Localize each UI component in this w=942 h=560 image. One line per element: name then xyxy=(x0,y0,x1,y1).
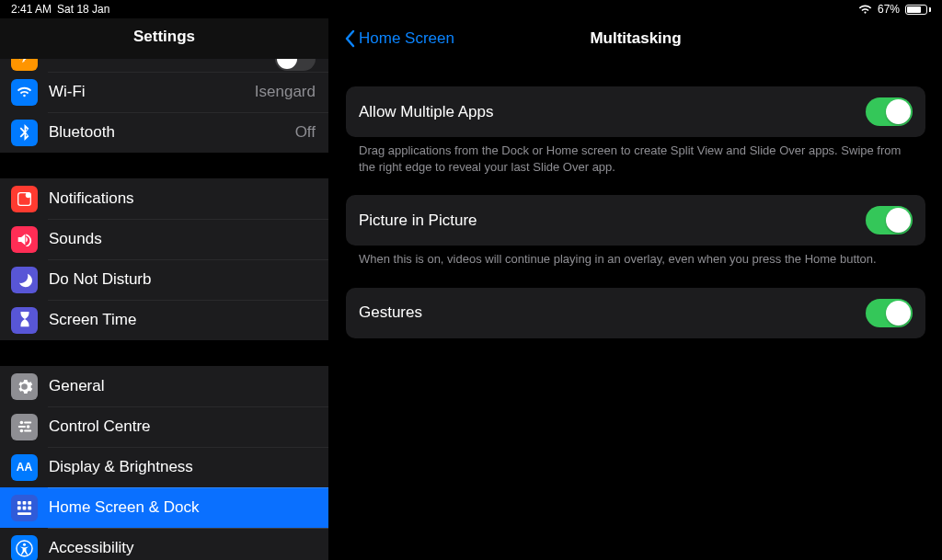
back-button[interactable]: Home Screen xyxy=(344,29,454,48)
sidebar-item-notifications[interactable]: Notifications xyxy=(0,178,328,219)
sidebar-item-label: Control Centre xyxy=(49,417,316,436)
setting-description: When this is on, videos will continue pl… xyxy=(346,246,925,268)
setting-label: Allow Multiple Apps xyxy=(359,103,866,121)
airplane-icon: ✈︎ xyxy=(11,59,38,71)
sidebar-item-label: Screen Time xyxy=(49,311,316,329)
sidebar-item-airplane[interactable]: ✈︎ Airplane Mode xyxy=(0,59,328,72)
setting-allow-multiple-apps: Allow Multiple Apps Drag applications fr… xyxy=(346,86,925,175)
bluetooth-icon xyxy=(11,120,38,146)
allow-multiple-apps-toggle[interactable] xyxy=(866,97,913,126)
airplane-toggle[interactable] xyxy=(275,59,316,71)
sidebar-item-label: Home Screen & Dock xyxy=(49,498,316,517)
dnd-icon xyxy=(11,267,38,293)
sidebar-item-home-screen[interactable]: Home Screen & Dock xyxy=(0,487,328,528)
svg-point-6 xyxy=(19,429,23,433)
sidebar-item-label: Bluetooth xyxy=(49,123,288,142)
sidebar-item-accessibility[interactable]: Accessibility xyxy=(0,528,328,560)
sidebar-item-label: Notifications xyxy=(49,189,316,208)
screentime-icon xyxy=(11,307,38,334)
gestures-toggle[interactable] xyxy=(866,299,913,327)
sidebar-item-label: Do Not Disturb xyxy=(49,270,316,289)
svg-rect-13 xyxy=(28,506,31,509)
svg-point-2 xyxy=(19,421,23,425)
settings-sidebar: Settings ✈︎ Airplane Mode Wi-Fi Isengard xyxy=(0,18,329,560)
svg-point-16 xyxy=(23,543,26,545)
svg-rect-11 xyxy=(17,506,21,509)
status-date: Sat 18 Jan xyxy=(57,3,109,16)
home-dock-icon xyxy=(11,495,38,521)
svg-rect-12 xyxy=(23,506,27,509)
chevron-left-icon xyxy=(344,29,355,48)
detail-pane: Home Screen Multitasking Allow Multiple … xyxy=(329,18,942,560)
setting-picture-in-picture: Picture in Picture When this is on, vide… xyxy=(346,195,925,268)
svg-rect-10 xyxy=(28,500,31,504)
sidebar-item-label: Wi-Fi xyxy=(49,83,247,101)
notifications-icon xyxy=(11,186,38,212)
setting-label: Gestures xyxy=(359,303,866,322)
back-label: Home Screen xyxy=(359,29,454,48)
accessibility-icon xyxy=(11,535,38,561)
sidebar-item-screentime[interactable]: Screen Time xyxy=(0,300,328,340)
display-icon: AA xyxy=(11,454,38,481)
sidebar-item-label: General xyxy=(49,377,316,395)
sidebar-title: Settings xyxy=(0,18,328,59)
wifi-settings-icon xyxy=(11,79,38,106)
setting-description: Drag applications from the Dock or Home … xyxy=(346,137,925,175)
svg-rect-3 xyxy=(24,422,31,424)
sidebar-item-wifi[interactable]: Wi-Fi Isengard xyxy=(0,72,328,112)
status-time: 2:41 AM xyxy=(11,3,52,16)
wifi-icon xyxy=(858,5,872,15)
sidebar-item-sounds[interactable]: Sounds xyxy=(0,219,328,259)
svg-rect-14 xyxy=(17,512,31,515)
sidebar-item-dnd[interactable]: Do Not Disturb xyxy=(0,259,328,300)
svg-point-4 xyxy=(26,425,29,429)
general-icon xyxy=(11,373,38,400)
sidebar-item-detail: Off xyxy=(295,123,316,142)
setting-label: Picture in Picture xyxy=(359,211,866,230)
sidebar-item-display[interactable]: AA Display & Brightness xyxy=(0,447,328,487)
sidebar-item-general[interactable]: General xyxy=(0,366,328,406)
sidebar-item-label: Accessibility xyxy=(49,539,316,557)
svg-rect-9 xyxy=(23,500,27,504)
svg-rect-5 xyxy=(17,426,25,428)
svg-rect-8 xyxy=(17,500,21,504)
control-centre-icon xyxy=(11,414,38,440)
battery-icon xyxy=(905,5,931,15)
sounds-icon xyxy=(11,226,38,253)
battery-pct: 67% xyxy=(878,3,900,16)
sidebar-item-detail: Isengard xyxy=(255,83,316,101)
svg-rect-7 xyxy=(24,430,31,432)
setting-gestures: Gestures xyxy=(346,288,925,338)
status-bar: 2:41 AM Sat 18 Jan 67% xyxy=(0,0,942,18)
sidebar-item-label: Display & Brightness xyxy=(49,458,316,476)
picture-in-picture-toggle[interactable] xyxy=(866,206,913,234)
svg-point-1 xyxy=(26,192,31,198)
sidebar-item-bluetooth[interactable]: Bluetooth Off xyxy=(0,112,328,153)
sidebar-item-label: Sounds xyxy=(49,230,316,248)
sidebar-item-control-centre[interactable]: Control Centre xyxy=(0,406,328,447)
